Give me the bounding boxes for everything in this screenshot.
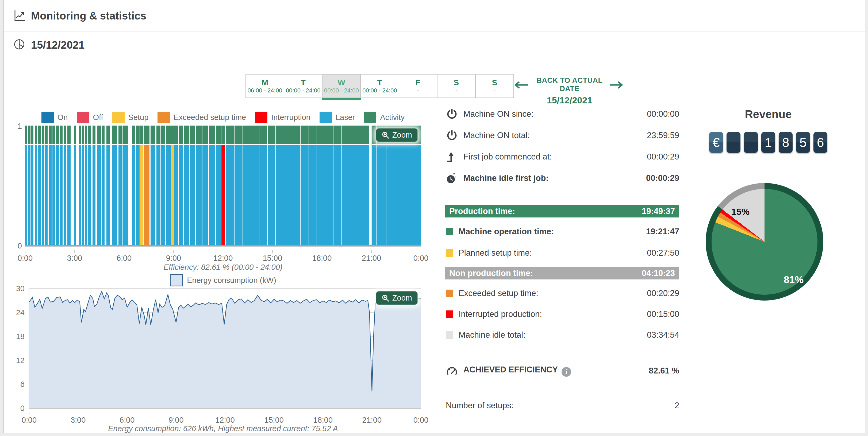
revenue-digit-tile <box>744 132 758 153</box>
prev-day-arrow-icon[interactable] <box>514 79 529 91</box>
stat-planned-setup-time: Planned setup time: 00:27:50 <box>446 246 679 260</box>
power-icon <box>446 108 458 120</box>
tab-saturday[interactable]: S- <box>437 74 476 98</box>
energy-legend: Energy consumption (kW) <box>25 274 421 287</box>
horizontal-scrollbar[interactable] <box>0 433 868 436</box>
stat-value: 19:21:47 <box>646 227 679 236</box>
time-distribution-pie-chart: 15% 81% <box>706 183 823 301</box>
x-tick-label: 18:00 <box>313 416 333 425</box>
x-tick-label: 6:00 <box>120 416 134 425</box>
y-tick-label: 24 <box>16 308 25 317</box>
tab-thursday[interactable]: T00:00 - 24:00 <box>361 74 399 98</box>
tab-monday[interactable]: M06:00 - 24:00 <box>246 74 284 98</box>
timeline-baseline <box>25 245 421 246</box>
legend-label: Activity <box>380 113 405 122</box>
timeline-segment-r <box>251 126 259 246</box>
timeline-segment-r <box>301 126 309 246</box>
timeline-segment-r <box>79 126 81 246</box>
legend-item: Exceeded setup time <box>157 112 246 123</box>
tab-day-label: S <box>454 78 459 87</box>
main-panel: Monitoring & statistics 15/12/2021 M06:0… <box>3 0 866 433</box>
timeline-segment-r <box>174 126 178 246</box>
energy-y-labels: 0612182430 <box>10 289 25 408</box>
energy-consumption-chart: Zoom <box>29 289 421 408</box>
timeline-legend: On Off Setup Exceeded setup time Interru… <box>25 112 421 123</box>
x-tick-label: 0:00 <box>413 254 428 263</box>
stat-value: 00:00:29 <box>647 152 679 162</box>
svg-text:z: z <box>455 175 457 178</box>
timeline-segment-r <box>88 126 91 246</box>
tab-wednesday[interactable]: W00:00 - 24:00 <box>322 74 361 98</box>
timeline-segment-r <box>376 126 381 246</box>
timeline-segment-r <box>136 126 140 246</box>
timeline-segment-r <box>226 126 234 246</box>
timeline-segment-r <box>35 126 37 246</box>
energy-zoom-button[interactable]: Zoom <box>376 291 418 305</box>
timeline-segment-r <box>342 126 350 246</box>
stat-label: Machine operation time: <box>459 227 554 236</box>
magnifier-plus-icon <box>381 294 390 302</box>
current-date: 15/12/2021 <box>31 39 85 51</box>
timeline-zoom-button[interactable]: Zoom <box>376 128 418 142</box>
legend-label: Energy consumption (kW) <box>187 276 276 285</box>
legend-item: Energy consumption (kW) <box>170 274 276 287</box>
timeline-segment-r <box>31 126 33 246</box>
legend-label: Setup <box>128 113 149 122</box>
timeline-ymax-label: 1 <box>10 122 22 131</box>
x-tick-label: 3:00 <box>67 254 82 263</box>
timeline-segment-e <box>144 126 150 246</box>
legend-swatch <box>77 112 89 123</box>
timeline-segment-r <box>401 126 406 246</box>
timeline-segment-r <box>161 126 165 246</box>
timeline-segment-r <box>132 126 135 246</box>
tab-hours-label: 00:00 - 24:00 <box>286 87 321 94</box>
efficiency-caption: Efficiency: 82.61 % (00:00 - 24:00) <box>25 263 421 272</box>
back-to-actual-date-button[interactable]: BACK TO ACTUAL DATE 15/12/2021 <box>529 76 610 105</box>
timeline-segment-r <box>203 126 208 246</box>
first-job-icon <box>446 151 458 163</box>
tab-tuesday[interactable]: T00:00 - 24:00 <box>284 74 322 98</box>
x-tick-label: 9:00 <box>166 254 181 263</box>
x-tick-label: 0:00 <box>413 416 428 425</box>
legend-swatch <box>112 112 125 123</box>
efficiency-value: 82.61 % <box>649 366 679 376</box>
date-header: 15/12/2021 <box>4 32 865 58</box>
x-tick-label: 0:00 <box>18 254 33 263</box>
nav-date: 15/12/2021 <box>529 95 610 105</box>
timeline-segment-r <box>74 126 76 246</box>
next-day-arrow-icon[interactable] <box>609 79 624 91</box>
timeline-segment-r <box>53 126 55 246</box>
zoom-button-label: Zoom <box>392 294 412 302</box>
app-header: Monitoring & statistics <box>4 0 865 32</box>
tab-sunday[interactable]: S- <box>476 74 514 98</box>
timeline-segment-r <box>309 126 317 246</box>
page-title: Monitoring & statistics <box>31 10 146 22</box>
energy-x-labels: 0:003:006:009:0012:0015:0018:0021:000:00 <box>29 412 421 422</box>
stat-machine-idle-first-job: zz Machine idle first job: 00:00:29 <box>446 171 679 185</box>
legend-swatch <box>364 112 376 123</box>
stat-label: Machine ON total: <box>463 131 530 140</box>
pie-label-idle: 15% <box>731 206 749 217</box>
info-icon[interactable]: i <box>562 367 571 377</box>
legend-item: Setup <box>112 112 149 123</box>
timeline-segment-r <box>82 126 84 246</box>
non-production-time-banner: Non production time: 04:10:23 <box>445 267 679 279</box>
tab-day-label: F <box>415 78 421 87</box>
pie-clock-icon <box>13 38 26 51</box>
banner-value: 04:10:23 <box>642 268 675 278</box>
tab-friday[interactable]: F- <box>399 74 437 98</box>
vertical-scrollbar[interactable] <box>865 0 868 436</box>
timeline-segment-r <box>38 126 41 246</box>
gauge-icon <box>446 365 458 377</box>
efficiency-label: ACHIEVED EFFICIENCY <box>463 365 558 374</box>
stat-value: 00:20:29 <box>647 289 679 298</box>
timeline-segment-r <box>60 126 63 246</box>
timeline-segment-r <box>93 126 95 246</box>
timeline-segment-r <box>56 126 59 246</box>
timeline-segment-r <box>396 126 401 246</box>
stat-label: Machine ON since: <box>463 109 533 119</box>
stat-label: Exceeded setup time: <box>459 289 538 298</box>
legend-item: Off <box>77 112 103 123</box>
timeline-segment-r <box>411 126 416 246</box>
revenue-digit-tile: 6 <box>813 132 827 153</box>
